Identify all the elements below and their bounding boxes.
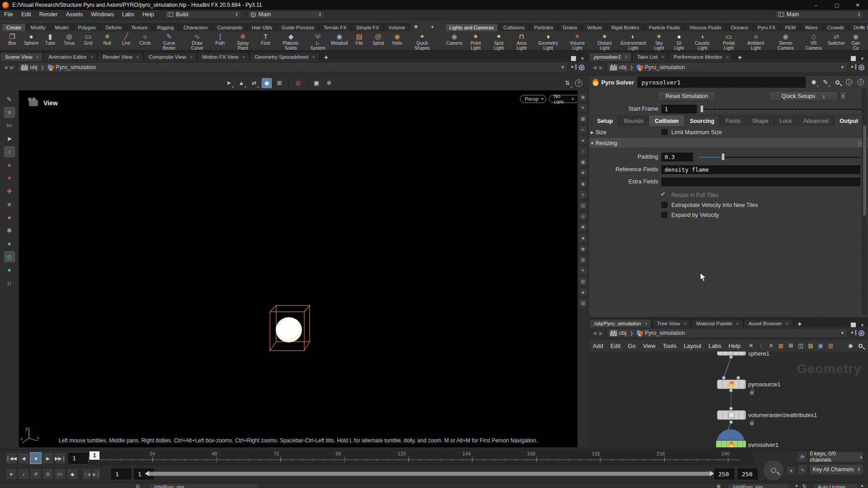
close-button[interactable]: ✕ [847, 0, 868, 10]
path-root[interactable]: obj [619, 64, 627, 70]
back-icon[interactable]: ◀ [593, 65, 596, 70]
sticky-note-icon[interactable]: ▤ [807, 342, 815, 350]
menu-item[interactable]: Add [589, 343, 607, 349]
close-icon[interactable]: ✕ [136, 55, 139, 59]
sculpt-add-icon[interactable]: ✚ [4, 186, 15, 197]
find-icon[interactable] [836, 342, 844, 350]
shelf-tab[interactable]: Texture [127, 23, 152, 31]
pane-tab[interactable]: Scene View ✕ [0, 52, 43, 61]
brush-tool-icon[interactable]: ✎ [4, 94, 15, 105]
pane-tab[interactable]: Asset Browser ✕ [744, 319, 793, 328]
zoom-region-icon[interactable]: ⊞ [274, 78, 284, 88]
path-tool[interactable]: ∫ Path [211, 32, 230, 47]
sky-light-tool[interactable]: ☀ Sky Light [648, 32, 670, 51]
spiral-tool[interactable]: @ Spiral [369, 32, 388, 47]
go-to-end-button[interactable]: ▶▶❘ [54, 452, 66, 464]
pose-tool-icon[interactable]: ● [4, 212, 15, 223]
shelf-tab[interactable]: Deform [101, 23, 126, 31]
folder-tab[interactable]: Setup [592, 116, 618, 126]
status-context-field[interactable]: /obj/Pyro_sim [728, 483, 789, 488]
shelf-tab[interactable]: Rigging [152, 23, 178, 31]
next-key-button[interactable]: ▶❘ [92, 468, 101, 480]
gallery-icon[interactable]: ▥ [826, 342, 835, 350]
l-system-tool[interactable]: Ψ L-System [307, 32, 329, 51]
follow-target-icon[interactable] [579, 65, 585, 70]
normals-display-icon[interactable]: ≡ [579, 191, 587, 198]
menu-item[interactable]: Edit [17, 11, 35, 18]
select-arrow-icon[interactable]: ➤ [4, 133, 15, 144]
find-magnifier-icon[interactable] [856, 342, 864, 350]
circle-tool[interactable]: ○ Circle [136, 32, 155, 47]
forward-icon[interactable]: ▶ [599, 330, 603, 336]
shelf-tab[interactable]: Characters [179, 23, 212, 31]
shelf-tab[interactable]: Volume [384, 23, 410, 31]
close-icon[interactable]: ✕ [90, 55, 94, 59]
grid-tool[interactable]: ▭ Grid [79, 32, 98, 47]
quick-setups-spinner[interactable]: ▲▼ [840, 91, 847, 101]
keyframe-options-icon[interactable]: ◆ [66, 468, 78, 480]
audio-options-icon[interactable]: ♪ [18, 468, 29, 480]
metaball-tool[interactable]: ◉ Metaball [329, 32, 349, 47]
help-icon[interactable]: ? [575, 80, 582, 87]
particles-display-icon[interactable]: ✱ [579, 223, 587, 231]
reset-simulation-button[interactable]: Reset Simulation [658, 91, 716, 101]
shading-toggle-icon[interactable]: ◐ [579, 126, 587, 133]
area-light-tool[interactable]: ⊓ Area Light [510, 32, 533, 51]
node-label[interactable]: sphere1 [748, 352, 769, 357]
range-end-field[interactable]: 250 [738, 469, 758, 479]
handles-display-icon[interactable]: ✦ [579, 267, 587, 274]
pin-icon[interactable] [850, 65, 856, 70]
follow-target-icon[interactable] [859, 65, 864, 70]
pane-tab[interactable]: Render View ✕ [98, 52, 143, 61]
shelf-tab[interactable]: Polygon [73, 23, 100, 31]
new-tab-button[interactable]: + [793, 320, 807, 328]
menu-item[interactable]: Go [624, 343, 639, 349]
shelf-tab[interactable]: Hair Utils [247, 23, 277, 31]
pane-tab[interactable]: Material Palette ✕ [691, 319, 743, 328]
reference-fields-field[interactable]: density flame [661, 165, 860, 174]
menu-item[interactable]: Edit [607, 343, 624, 349]
pane-menu-icon[interactable]: ▼ [860, 56, 864, 61]
shelf-tab[interactable]: + [410, 22, 422, 31]
node-pyrosolver1[interactable] [716, 440, 746, 447]
pane-tab[interactable]: pyrosolver1 ✕ [589, 52, 632, 61]
scene-path-field[interactable]: obj ❯ Pyro_simulation ▼ [18, 62, 568, 72]
menu-item[interactable]: Render [35, 11, 62, 18]
smooth-shaded-icon[interactable]: ● [579, 136, 587, 144]
node-label[interactable]: volumerasterizeattributes1 [748, 412, 817, 418]
camera-select-button[interactable]: No cam▼ [549, 95, 577, 103]
pin-icon[interactable] [571, 65, 576, 70]
font-tool[interactable]: T Font [256, 32, 275, 47]
node-label[interactable]: pyrosolver1 [748, 441, 778, 447]
close-icon[interactable]: ✕ [242, 55, 245, 59]
range-start-field[interactable]: 1 [111, 469, 131, 479]
point-light-tool[interactable]: ✶ Point Light [464, 32, 487, 51]
folder-tab[interactable]: Collision [649, 116, 684, 126]
stereo-camera-tool[interactable]: ◉ Stereo Camera [770, 32, 801, 51]
forward-icon[interactable]: ▶ [599, 65, 603, 70]
field-guides-icon[interactable]: ▥ [579, 256, 587, 263]
stow-options-icon[interactable]: ⇅▼ [562, 78, 572, 88]
orbit-tool-icon[interactable]: ◎ [4, 251, 15, 262]
helix-tool[interactable]: ◉ Helix [388, 32, 407, 47]
slider-handle[interactable] [700, 105, 703, 113]
shelf-tab[interactable]: Viscous Fluids [685, 23, 726, 31]
resizing-section-header[interactable]: ▼ Resizing [589, 138, 868, 148]
shelf-tab[interactable]: Model [50, 23, 73, 31]
close-icon[interactable]: ✕ [736, 322, 739, 326]
maximize-button[interactable]: ▢ [826, 0, 847, 10]
radial-menu-selector[interactable]: Main ▲▼ [775, 10, 863, 19]
main-menu-selector[interactable]: Main ▲▼ [248, 10, 325, 19]
close-icon[interactable]: ✕ [684, 322, 687, 326]
environment-light-tool[interactable]: ◐ Environment Light [618, 32, 648, 51]
start-frame-slider[interactable] [700, 105, 862, 113]
path-root[interactable]: obj [30, 64, 38, 70]
drop-tool-icon[interactable]: ● [4, 264, 15, 275]
up-arrow-icon[interactable]: ▲ [860, 483, 864, 488]
folder-tab[interactable]: Look [774, 116, 797, 126]
render-region-icon[interactable]: ◍ [293, 78, 303, 88]
pane-tab[interactable]: Motion FX View ✕ [197, 52, 249, 61]
persp-view-button[interactable]: Persp▼ [520, 95, 546, 103]
new-tab-button[interactable]: + [320, 53, 333, 61]
tools-wrench-icon[interactable]: ✕ [747, 342, 755, 350]
